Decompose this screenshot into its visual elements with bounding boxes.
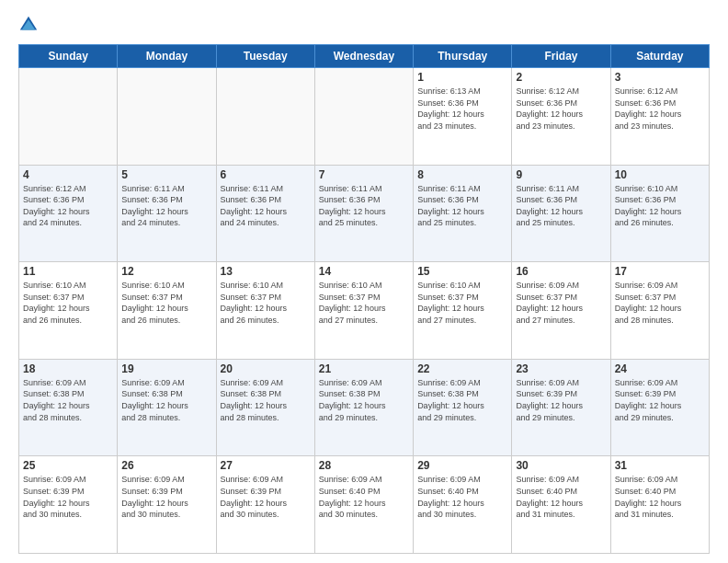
day-info: Sunrise: 6:10 AM Sunset: 6:37 PM Dayligh… [221, 280, 311, 326]
day-number: 2 [516, 71, 606, 84]
day-info: Sunrise: 6:09 AM Sunset: 6:37 PM Dayligh… [516, 280, 606, 326]
calendar-cell: 6Sunrise: 6:11 AM Sunset: 6:36 PM Daylig… [216, 165, 314, 262]
day-info: Sunrise: 6:11 AM Sunset: 6:36 PM Dayligh… [121, 183, 211, 229]
day-number: 13 [221, 265, 311, 278]
day-info: Sunrise: 6:09 AM Sunset: 6:38 PM Dayligh… [121, 377, 211, 423]
weekday-header-friday: Friday [512, 45, 610, 68]
day-info: Sunrise: 6:10 AM Sunset: 6:37 PM Dayligh… [23, 280, 113, 326]
calendar-cell [314, 68, 413, 166]
calendar-cell [19, 68, 118, 166]
day-info: Sunrise: 6:09 AM Sunset: 6:38 PM Dayligh… [417, 377, 507, 423]
day-info: Sunrise: 6:12 AM Sunset: 6:36 PM Dayligh… [615, 86, 705, 132]
day-number: 11 [23, 265, 113, 278]
day-number: 28 [319, 459, 409, 472]
day-info: Sunrise: 6:09 AM Sunset: 6:39 PM Dayligh… [121, 474, 211, 520]
calendar-cell: 4Sunrise: 6:12 AM Sunset: 6:36 PM Daylig… [19, 165, 118, 262]
day-info: Sunrise: 6:13 AM Sunset: 6:36 PM Dayligh… [417, 86, 507, 132]
logo-icon [18, 15, 39, 35]
calendar-cell: 22Sunrise: 6:09 AM Sunset: 6:38 PM Dayli… [414, 359, 512, 456]
day-info: Sunrise: 6:09 AM Sunset: 6:39 PM Dayligh… [516, 377, 606, 423]
day-info: Sunrise: 6:09 AM Sunset: 6:39 PM Dayligh… [221, 474, 311, 520]
calendar-cell: 27Sunrise: 6:09 AM Sunset: 6:39 PM Dayli… [216, 456, 314, 554]
calendar-week-5: 25Sunrise: 6:09 AM Sunset: 6:39 PM Dayli… [19, 456, 710, 554]
weekday-header-tuesday: Tuesday [216, 45, 314, 68]
day-info: Sunrise: 6:10 AM Sunset: 6:37 PM Dayligh… [417, 280, 507, 326]
day-number: 14 [319, 265, 409, 278]
day-info: Sunrise: 6:09 AM Sunset: 6:38 PM Dayligh… [319, 377, 409, 423]
calendar-cell: 12Sunrise: 6:10 AM Sunset: 6:37 PM Dayli… [118, 262, 216, 360]
day-number: 21 [319, 362, 409, 375]
day-number: 24 [615, 362, 705, 375]
day-number: 30 [516, 459, 606, 472]
day-info: Sunrise: 6:10 AM Sunset: 6:37 PM Dayligh… [319, 280, 409, 326]
day-number: 12 [121, 265, 211, 278]
calendar-cell: 11Sunrise: 6:10 AM Sunset: 6:37 PM Dayli… [19, 262, 118, 360]
calendar-cell: 5Sunrise: 6:11 AM Sunset: 6:36 PM Daylig… [118, 165, 216, 262]
day-info: Sunrise: 6:09 AM Sunset: 6:37 PM Dayligh… [615, 280, 705, 326]
calendar-cell: 24Sunrise: 6:09 AM Sunset: 6:39 PM Dayli… [610, 359, 709, 456]
calendar-cell: 1Sunrise: 6:13 AM Sunset: 6:36 PM Daylig… [414, 68, 512, 166]
day-number: 20 [221, 362, 311, 375]
day-number: 1 [417, 71, 507, 84]
calendar-cell: 20Sunrise: 6:09 AM Sunset: 6:38 PM Dayli… [216, 359, 314, 456]
calendar-cell: 16Sunrise: 6:09 AM Sunset: 6:37 PM Dayli… [512, 262, 610, 360]
calendar-week-4: 18Sunrise: 6:09 AM Sunset: 6:38 PM Dayli… [19, 359, 710, 456]
calendar-cell: 30Sunrise: 6:09 AM Sunset: 6:40 PM Dayli… [512, 456, 610, 554]
calendar-table: SundayMondayTuesdayWednesdayThursdayFrid… [18, 44, 710, 554]
logo [18, 15, 40, 35]
day-info: Sunrise: 6:11 AM Sunset: 6:36 PM Dayligh… [516, 183, 606, 229]
day-info: Sunrise: 6:11 AM Sunset: 6:36 PM Dayligh… [417, 183, 507, 229]
header [18, 15, 710, 35]
calendar-cell: 14Sunrise: 6:10 AM Sunset: 6:37 PM Dayli… [314, 262, 413, 360]
day-info: Sunrise: 6:12 AM Sunset: 6:36 PM Dayligh… [23, 183, 113, 229]
day-number: 10 [615, 168, 705, 181]
calendar-cell: 10Sunrise: 6:10 AM Sunset: 6:36 PM Dayli… [610, 165, 709, 262]
weekday-header-thursday: Thursday [414, 45, 512, 68]
calendar-cell: 15Sunrise: 6:10 AM Sunset: 6:37 PM Dayli… [414, 262, 512, 360]
day-number: 18 [23, 362, 113, 375]
day-number: 9 [516, 168, 606, 181]
day-info: Sunrise: 6:09 AM Sunset: 6:39 PM Dayligh… [23, 474, 113, 520]
day-number: 5 [121, 168, 211, 181]
calendar-cell: 9Sunrise: 6:11 AM Sunset: 6:36 PM Daylig… [512, 165, 610, 262]
calendar-week-2: 4Sunrise: 6:12 AM Sunset: 6:36 PM Daylig… [19, 165, 710, 262]
calendar-cell: 2Sunrise: 6:12 AM Sunset: 6:36 PM Daylig… [512, 68, 610, 166]
weekday-header-saturday: Saturday [610, 45, 709, 68]
calendar-cell: 7Sunrise: 6:11 AM Sunset: 6:36 PM Daylig… [314, 165, 413, 262]
calendar-cell: 26Sunrise: 6:09 AM Sunset: 6:39 PM Dayli… [118, 456, 216, 554]
weekday-header-monday: Monday [118, 45, 216, 68]
calendar-cell: 13Sunrise: 6:10 AM Sunset: 6:37 PM Dayli… [216, 262, 314, 360]
day-number: 31 [615, 459, 705, 472]
day-number: 15 [417, 265, 507, 278]
page: SundayMondayTuesdayWednesdayThursdayFrid… [0, 0, 728, 563]
day-info: Sunrise: 6:12 AM Sunset: 6:36 PM Dayligh… [516, 86, 606, 132]
calendar-cell: 21Sunrise: 6:09 AM Sunset: 6:38 PM Dayli… [314, 359, 413, 456]
day-number: 27 [221, 459, 311, 472]
calendar-cell [216, 68, 314, 166]
day-info: Sunrise: 6:09 AM Sunset: 6:38 PM Dayligh… [23, 377, 113, 423]
calendar-cell [118, 68, 216, 166]
weekday-header-wednesday: Wednesday [314, 45, 413, 68]
day-info: Sunrise: 6:11 AM Sunset: 6:36 PM Dayligh… [319, 183, 409, 229]
day-number: 22 [417, 362, 507, 375]
day-info: Sunrise: 6:09 AM Sunset: 6:40 PM Dayligh… [319, 474, 409, 520]
calendar-cell: 25Sunrise: 6:09 AM Sunset: 6:39 PM Dayli… [19, 456, 118, 554]
calendar-cell: 29Sunrise: 6:09 AM Sunset: 6:40 PM Dayli… [414, 456, 512, 554]
day-info: Sunrise: 6:09 AM Sunset: 6:40 PM Dayligh… [516, 474, 606, 520]
calendar-cell: 3Sunrise: 6:12 AM Sunset: 6:36 PM Daylig… [610, 68, 709, 166]
day-number: 4 [23, 168, 113, 181]
day-info: Sunrise: 6:09 AM Sunset: 6:40 PM Dayligh… [417, 474, 507, 520]
calendar-week-3: 11Sunrise: 6:10 AM Sunset: 6:37 PM Dayli… [19, 262, 710, 360]
calendar-cell: 23Sunrise: 6:09 AM Sunset: 6:39 PM Dayli… [512, 359, 610, 456]
day-info: Sunrise: 6:09 AM Sunset: 6:38 PM Dayligh… [221, 377, 311, 423]
day-number: 25 [23, 459, 113, 472]
calendar-cell: 17Sunrise: 6:09 AM Sunset: 6:37 PM Dayli… [610, 262, 709, 360]
calendar-week-1: 1Sunrise: 6:13 AM Sunset: 6:36 PM Daylig… [19, 68, 710, 166]
day-number: 19 [121, 362, 211, 375]
calendar-cell: 8Sunrise: 6:11 AM Sunset: 6:36 PM Daylig… [414, 165, 512, 262]
day-info: Sunrise: 6:11 AM Sunset: 6:36 PM Dayligh… [221, 183, 311, 229]
day-number: 23 [516, 362, 606, 375]
day-info: Sunrise: 6:09 AM Sunset: 6:40 PM Dayligh… [615, 474, 705, 520]
day-info: Sunrise: 6:10 AM Sunset: 6:37 PM Dayligh… [121, 280, 211, 326]
weekday-header-row: SundayMondayTuesdayWednesdayThursdayFrid… [19, 45, 710, 68]
